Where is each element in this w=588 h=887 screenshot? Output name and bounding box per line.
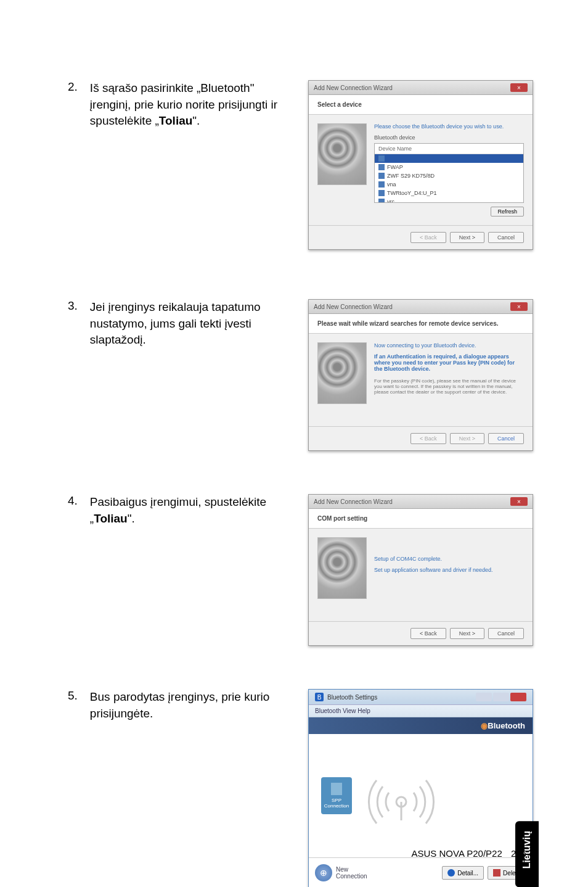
next-button[interactable]: Next > bbox=[450, 433, 484, 444]
device-list-header: Device Name bbox=[375, 144, 523, 154]
cancel-button[interactable]: Cancel bbox=[488, 628, 524, 639]
step-description: Iš sąrašo pasirinkite „Bluetooth" įrengi… bbox=[90, 80, 290, 130]
step-description: Bus parodytas įrenginys, prie kurio pris… bbox=[90, 689, 290, 722]
step-number: 4. bbox=[68, 494, 78, 527]
device-icon bbox=[378, 173, 385, 179]
spp-sub: Connection bbox=[324, 803, 349, 809]
section-label: Bluetooth device bbox=[374, 134, 524, 141]
bluetooth-icon: B bbox=[315, 693, 324, 701]
wizard-body: Please choose the Bluetooth device you w… bbox=[309, 115, 533, 225]
step-4: 4. Pasibaigus įrengimui, spustelėkite „T… bbox=[68, 494, 526, 646]
new-connection-icon: ⊕ bbox=[315, 864, 332, 881]
refresh-row: Refresh bbox=[374, 207, 524, 217]
detail-button[interactable]: Detail... bbox=[442, 866, 484, 880]
step-text: 2. Iš sąrašo pasirinkite „Bluetooth" įre… bbox=[68, 80, 290, 130]
step-description: Pasibaigus įrengimui, spustelėkite „Toli… bbox=[90, 494, 290, 527]
wizard-title-text: Add New Connection Wizard bbox=[314, 303, 393, 310]
window-icon-title: B Bluetooth Settings bbox=[315, 693, 377, 701]
wizard-graphic bbox=[317, 537, 367, 599]
wizard-footer: < Back Next > Cancel bbox=[309, 621, 533, 645]
window-controls bbox=[476, 693, 526, 701]
chip-icon bbox=[331, 783, 342, 795]
wizard-titlebar: Add New Connection Wizard × bbox=[309, 81, 533, 95]
banner-icon: ◉ bbox=[481, 721, 488, 730]
cancel-button[interactable]: Cancel bbox=[488, 232, 524, 243]
wizard-searching: Add New Connection Wizard × Please wait … bbox=[308, 299, 533, 451]
step-number: 5. bbox=[68, 689, 78, 722]
banner-text: Bluetooth bbox=[488, 721, 525, 730]
wizard-content: Now connecting to your Bluetooth device.… bbox=[374, 342, 524, 418]
device-item[interactable]: FWAP bbox=[375, 163, 523, 171]
device-icon bbox=[378, 190, 385, 196]
close-icon[interactable]: × bbox=[510, 497, 528, 506]
cancel-button[interactable]: Cancel bbox=[488, 433, 524, 444]
wizard-content: Setup of COM4C complete. Set up applicat… bbox=[374, 537, 524, 613]
step-number: 2. bbox=[68, 80, 78, 130]
wizard-com-port: Add New Connection Wizard × COM port set… bbox=[308, 494, 533, 646]
step-description: Jei įrenginys reikalauja tapatumo nustat… bbox=[90, 299, 290, 349]
device-item[interactable]: vna bbox=[375, 180, 523, 189]
close-icon[interactable]: × bbox=[510, 83, 528, 92]
wizard-title-text: Add New Connection Wizard bbox=[314, 498, 393, 505]
new-connection-label: New Connection bbox=[336, 866, 367, 880]
spp-connection-icon[interactable]: SPP Connection bbox=[321, 777, 352, 814]
new-connection[interactable]: ⊕ New Connection bbox=[315, 864, 367, 881]
back-button[interactable]: < Back bbox=[410, 232, 446, 243]
step-2: 2. Iš sąrašo pasirinkite „Bluetooth" įre… bbox=[68, 80, 526, 250]
minimize-icon[interactable] bbox=[476, 693, 492, 701]
close-icon[interactable] bbox=[510, 693, 526, 701]
bt-button-row: Detail... Delete bbox=[442, 866, 526, 880]
product-name: ASUS NOVA P20/P22 bbox=[411, 848, 502, 859]
bt-titlebar: B Bluetooth Settings bbox=[309, 690, 533, 705]
device-list-body: FWAP ZWF S29 KD75/8D vna TWRtooY_D4:U_P1… bbox=[375, 154, 523, 202]
wizard-select-device: Add New Connection Wizard × Select a dev… bbox=[308, 80, 533, 250]
device-item[interactable]: TWRtooY_D4:U_P1 bbox=[375, 189, 523, 197]
device-icon bbox=[378, 199, 385, 202]
wizard-header: Select a device bbox=[309, 95, 533, 115]
auth-line: If an Authentication is required, a dial… bbox=[374, 353, 524, 372]
bt-main-area: SPP Connection bbox=[309, 734, 533, 857]
step-text: 3. Jei įrenginys reikalauja tapatumo nus… bbox=[68, 299, 290, 349]
setup-note: Set up application software and driver i… bbox=[374, 567, 524, 573]
bt-menubar[interactable]: Bluetooth View Help bbox=[309, 705, 533, 717]
refresh-button[interactable]: Refresh bbox=[491, 207, 524, 217]
delete-icon bbox=[493, 869, 500, 877]
wizard-titlebar: Add New Connection Wizard × bbox=[309, 300, 533, 314]
page-number: 245 bbox=[511, 848, 526, 859]
step-number: 3. bbox=[68, 299, 78, 349]
wizard-header: Please wait while wizard searches for re… bbox=[309, 314, 533, 334]
wizard-content: Please choose the Bluetooth device you w… bbox=[374, 123, 524, 217]
next-button[interactable]: Next > bbox=[450, 628, 484, 639]
back-button[interactable]: < Back bbox=[410, 433, 446, 444]
step-text: 5. Bus parodytas įrenginys, prie kurio p… bbox=[68, 689, 290, 722]
wizard-header: COM port setting bbox=[309, 509, 533, 529]
device-item[interactable] bbox=[375, 154, 523, 163]
step-image: Add New Connection Wizard × Select a dev… bbox=[308, 80, 533, 250]
info-icon bbox=[447, 869, 455, 877]
setup-complete: Setup of COM4C complete. bbox=[374, 556, 524, 562]
bt-title-text: Bluetooth Settings bbox=[327, 694, 377, 701]
wizard-graphic bbox=[317, 123, 367, 185]
close-icon[interactable]: × bbox=[510, 302, 528, 311]
wizard-footer: < Back Next > Cancel bbox=[309, 426, 533, 450]
device-item[interactable]: ZWF S29 KD75/8D bbox=[375, 171, 523, 180]
device-icon bbox=[378, 181, 385, 188]
step-image: Add New Connection Wizard × COM port set… bbox=[308, 494, 533, 646]
device-list[interactable]: Device Name FWAP ZWF S29 KD75/8D vna TWR… bbox=[374, 143, 524, 203]
passkey-note: For the passkey (PIN code), please see t… bbox=[374, 378, 524, 395]
bt-bottom-bar: ⊕ New Connection Detail... Delete bbox=[309, 857, 533, 887]
device-icon bbox=[378, 155, 385, 162]
maximize-icon[interactable] bbox=[493, 693, 509, 701]
next-button[interactable]: Next > bbox=[450, 232, 484, 243]
connect-line: Now connecting to your Bluetooth device. bbox=[374, 342, 524, 349]
device-icon bbox=[378, 164, 385, 170]
page-footer: ASUS NOVA P20/P22 245 bbox=[411, 848, 526, 859]
wizard-titlebar: Add New Connection Wizard × bbox=[309, 495, 533, 509]
step-text: 4. Pasibaigus įrengimui, spustelėkite „T… bbox=[68, 494, 290, 527]
wizard-body: Setup of COM4C complete. Set up applicat… bbox=[309, 529, 533, 621]
wizard-body: Now connecting to your Bluetooth device.… bbox=[309, 334, 533, 426]
device-item[interactable]: vrc bbox=[375, 197, 523, 202]
wizard-footer: < Back Next > Cancel bbox=[309, 225, 533, 249]
back-button[interactable]: < Back bbox=[410, 628, 446, 639]
wizard-graphic bbox=[317, 342, 367, 404]
